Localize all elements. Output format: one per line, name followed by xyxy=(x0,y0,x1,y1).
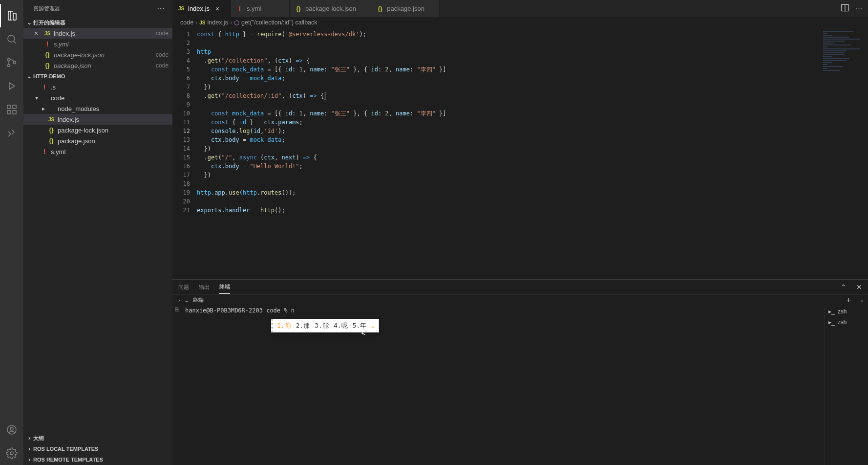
tabs-bar: JSindex.js×!s.yml×{}package-lock.json×{}… xyxy=(172,0,868,17)
open-editor-item[interactable]: ×{}package-lock.jsoncode xyxy=(23,49,172,60)
tree-item-label: code xyxy=(51,94,169,102)
tab-label: package.json xyxy=(387,5,424,12)
editor-tab[interactable]: {}package.json× xyxy=(371,0,440,17)
bottom-panel: 问题 输出 终端 ⌃ ✕ › ⌄ 终端 + ⌄ ⎘ hanxie@B-P0B3M… xyxy=(172,279,868,465)
close-icon[interactable]: × xyxy=(32,29,40,37)
ime-candidate[interactable]: 5.年 xyxy=(353,321,367,330)
explorer-sidebar: 资源管理器 ⋯ ⌄ 打开的编辑器 ×JSindex.jscode×!s.yml×… xyxy=(23,0,172,465)
tab-label: package-lock.json xyxy=(305,5,356,12)
open-editor-item[interactable]: ×!s.yml xyxy=(23,39,172,49)
file-label: index.js xyxy=(54,30,153,37)
panel-maximize-icon[interactable]: ⌃ xyxy=(841,283,847,291)
editor-tab[interactable]: JSindex.js× xyxy=(172,0,231,17)
account-icon[interactable] xyxy=(0,418,23,442)
settings-gear-icon[interactable] xyxy=(0,442,23,465)
js-file-icon: JS xyxy=(47,117,56,122)
svg-rect-6 xyxy=(13,111,16,114)
chevron-down-icon: ⌄ xyxy=(25,19,33,26)
close-icon[interactable]: × xyxy=(215,5,219,13)
tree-item[interactable]: ▾code xyxy=(23,92,172,103)
open-editor-item[interactable]: ×JSindex.jscode xyxy=(23,28,172,39)
json-file-icon: {} xyxy=(376,5,384,12)
ime-candidate[interactable]: 2.那 xyxy=(296,321,310,330)
tree-item[interactable]: ▸node_modules xyxy=(23,103,172,114)
search-icon[interactable] xyxy=(0,27,23,51)
tree-item[interactable]: {}package.json xyxy=(23,135,172,146)
open-editors-list: ×JSindex.jscode×!s.yml×{}package-lock.js… xyxy=(23,28,172,71)
json-file-icon: {} xyxy=(43,51,52,58)
panel-tab-output[interactable]: 输出 xyxy=(199,281,210,294)
split-editor-icon[interactable] xyxy=(840,3,850,14)
collapsed-section-header[interactable]: ›大纲 xyxy=(23,433,172,443)
ime-candidate[interactable]: 1.你 xyxy=(277,321,291,330)
code-editor[interactable]: 123456789101112131415161718192021 const … xyxy=(172,28,868,279)
terminal-shell-list: ▸_zsh ▸_zsh xyxy=(824,305,868,465)
new-terminal-icon[interactable]: + xyxy=(847,296,856,305)
file-hint: code xyxy=(156,30,169,37)
tree-item-label: s.yml xyxy=(51,148,169,155)
terminal-dropdown-icon[interactable]: ⌄ xyxy=(860,297,868,303)
js-file-icon: JS xyxy=(199,20,205,25)
tree-item-label: index.js xyxy=(58,116,169,123)
ime-candidate[interactable]: 3.能 xyxy=(315,321,329,330)
more-actions-icon[interactable]: ⋯ xyxy=(856,5,862,12)
tab-label: index.js xyxy=(188,5,210,12)
editor-tab[interactable]: !s.yml× xyxy=(231,0,290,17)
svg-rect-5 xyxy=(7,111,11,114)
tree-item[interactable]: JSindex.js xyxy=(23,114,172,125)
chevron-right-icon: › xyxy=(25,456,33,463)
ime-expand-icon[interactable]: ⌄ xyxy=(371,323,375,329)
terminal-prompt-line: hanxie@B-P0B3MD6R-2203 code % n xyxy=(185,307,820,314)
terminal-side-icon[interactable]: ⎘ xyxy=(175,306,179,313)
tree-item-label: package.json xyxy=(58,137,169,145)
file-tree: !.s▾code▸node_modulesJSindex.js{}package… xyxy=(23,82,172,157)
yml-file-icon: ! xyxy=(43,40,52,48)
minimap[interactable] xyxy=(819,28,868,279)
tree-item[interactable]: !s.yml xyxy=(23,146,172,157)
file-label: s.yml xyxy=(54,41,169,48)
json-file-icon: {} xyxy=(43,62,52,69)
collapsed-section-header[interactable]: ›ROS REMOTE TEMPLATES xyxy=(23,454,172,465)
collapsed-section-header[interactable]: ›ROS LOCAL TEMPLATES xyxy=(23,443,172,454)
panel-tab-terminal[interactable]: 终端 xyxy=(219,280,230,294)
ime-candidate[interactable]: 4.呢 xyxy=(334,321,348,330)
open-editors-label: 打开的编辑器 xyxy=(33,19,65,26)
breadcrumb-item[interactable]: index.js xyxy=(208,19,228,26)
activity-bar xyxy=(0,0,23,465)
panel-tab-problems[interactable]: 问题 xyxy=(178,281,189,294)
editor-tab[interactable]: {}package-lock.json× xyxy=(290,0,371,17)
run-debug-icon[interactable] xyxy=(0,74,23,98)
shell-item[interactable]: ▸_zsh xyxy=(825,306,868,317)
svg-point-9 xyxy=(10,427,13,430)
yml-file-icon: ! xyxy=(40,148,49,155)
breadcrumb-item[interactable]: code xyxy=(180,19,193,26)
svg-rect-7 xyxy=(13,105,16,109)
sidebar-title: 资源管理器 xyxy=(33,5,60,12)
svg-point-3 xyxy=(14,62,16,64)
breadcrumb-item[interactable]: get("/collection/:id") callback xyxy=(241,19,317,26)
tree-item[interactable]: {}package-lock.json xyxy=(23,125,172,135)
project-header[interactable]: ⌄ HTTP-DEMO xyxy=(23,71,172,82)
panel-close-icon[interactable]: ✕ xyxy=(856,283,862,291)
remote-icon[interactable] xyxy=(0,121,23,145)
open-editor-item[interactable]: ×{}package.jsoncode xyxy=(23,60,172,71)
svg-rect-4 xyxy=(7,105,11,109)
code-content[interactable]: const { http } = require('@serverless-de… xyxy=(197,28,819,279)
explorer-icon[interactable] xyxy=(0,4,23,27)
terminal-icon: ▸_ xyxy=(828,308,835,315)
project-label: HTTP-DEMO xyxy=(33,73,65,79)
breadcrumb[interactable]: code › JS index.js › ⬡ get("/collection/… xyxy=(172,17,868,28)
terminal-content[interactable]: hanxie@B-P0B3MD6R-2203 code % n 1.你 2.那 … xyxy=(181,305,824,465)
open-editors-header[interactable]: ⌄ 打开的编辑器 xyxy=(23,17,172,28)
tree-item-label: .s xyxy=(51,84,169,91)
svg-point-2 xyxy=(8,65,10,67)
source-control-icon[interactable] xyxy=(0,51,23,74)
editor-area: JSindex.js×!s.yml×{}package-lock.json×{}… xyxy=(172,0,868,465)
extensions-icon[interactable] xyxy=(0,98,23,121)
file-label: package-lock.json xyxy=(54,51,153,59)
shell-item[interactable]: ▸_zsh xyxy=(825,317,868,328)
yml-file-icon: ! xyxy=(236,5,244,13)
terminal-label: 终端 xyxy=(193,296,204,304)
sidebar-more-icon[interactable]: ⋯ xyxy=(157,4,165,13)
tree-item[interactable]: !.s xyxy=(23,82,172,92)
